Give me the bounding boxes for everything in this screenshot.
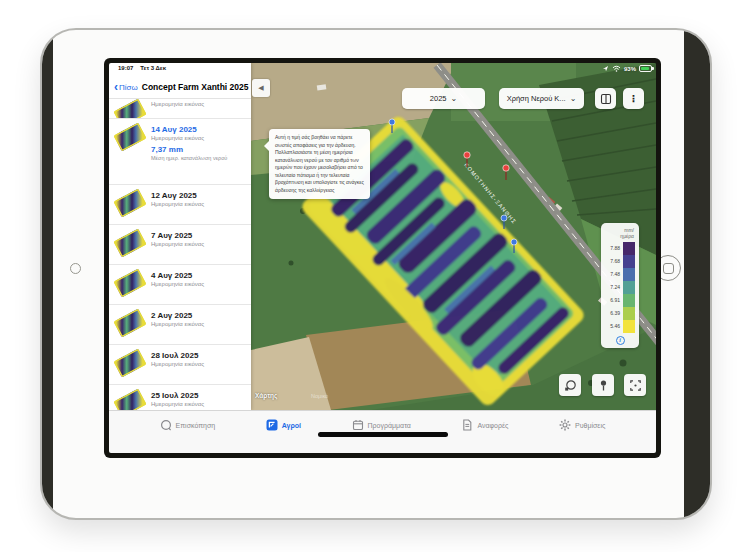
- tab-reports[interactable]: Αναφορές: [461, 419, 508, 431]
- legend-value: 6.39: [610, 310, 620, 316]
- legend-entry: 7.88: [605, 242, 635, 255]
- legend-value: 7.48: [610, 271, 620, 277]
- water-consumption-caption: Μέση ημερ. κατανάλωση νερού: [151, 155, 227, 161]
- legend-unit-label: mm/ημέρα: [605, 227, 635, 240]
- image-date-list-item[interactable]: 12 Αυγ 2025 Ημερομηνία εικόνας: [109, 185, 251, 225]
- gear-icon: [559, 419, 571, 431]
- satellite-map: ΚΟΜΟΤΗΝΗΣ-ΞΑΝΘΗΣ: [251, 63, 656, 410]
- layer-dropdown[interactable]: Χρήση Νερού Κ... ⌄: [499, 88, 584, 109]
- status-bar-right: 93%: [602, 65, 652, 72]
- image-date-list-item[interactable]: Ημερομηνία εικόνας: [109, 99, 251, 119]
- image-date-list-item[interactable]: 25 Ιουλ 2025 Ημερομηνία εικόνας: [109, 385, 251, 410]
- wifi-icon: [612, 65, 621, 72]
- image-date-caption: Ημερομηνία εικόνας: [151, 101, 204, 107]
- image-date-list-item[interactable]: 7 Αυγ 2025 Ημερομηνία εικόνας: [109, 225, 251, 265]
- map-legend: mm/ημέρα 7.88 7.68 7.48 7.24 6.91 6.39 5…: [601, 223, 639, 348]
- image-date-caption: Ημερομηνία εικόνας: [151, 241, 204, 247]
- image-date-caption: Ημερομηνία εικόνας: [151, 321, 204, 327]
- legend-value: 7.68: [610, 258, 620, 264]
- chevron-down-icon: ⌄: [450, 97, 457, 101]
- year-dropdown[interactable]: 2025 ⌄: [402, 88, 485, 109]
- status-time: 19:07: [118, 65, 133, 71]
- overview-icon: [160, 419, 172, 431]
- home-indicator[interactable]: [318, 432, 448, 437]
- image-date-list-item[interactable]: 2 Αυγ 2025 Ημερομηνία εικόνας: [109, 305, 251, 345]
- image-date-list-item[interactable]: 28 Ιουλ 2025 Ημερομηνία εικόνας: [109, 345, 251, 385]
- image-date: 25 Ιουλ 2025: [151, 391, 204, 400]
- layer-dropdown-value: Χρήση Νερού Κ...: [507, 94, 566, 103]
- image-date-caption: Ημερομηνία εικόνας: [151, 401, 204, 407]
- add-pin-button[interactable]: [592, 374, 614, 396]
- front-camera: [70, 263, 81, 274]
- field-thumbnail: [115, 101, 145, 119]
- split-view-button[interactable]: [595, 88, 616, 109]
- image-date: 7 Αυγ 2025: [151, 231, 204, 240]
- field-thumbnail: [115, 231, 145, 255]
- pin-icon: [597, 379, 610, 392]
- image-date-caption: Ημερομηνία εικόνας: [151, 201, 204, 207]
- legend-entry: 7.24: [605, 281, 635, 294]
- focus-icon: [629, 379, 642, 392]
- legend-value: 7.88: [610, 245, 620, 251]
- legend-color-swatch: [623, 320, 635, 333]
- sidebar-panel: 19:07 Τετ 3 Δεκ ‹ Πίσω Concept Farm Xant…: [109, 63, 251, 410]
- map-canvas[interactable]: ΚΟΜΟΤΗΝΗΣ-ΞΑΝΘΗΣ: [251, 63, 656, 410]
- battery-icon: [639, 65, 652, 72]
- battery-percent: 93%: [624, 66, 636, 72]
- fields-icon: [266, 419, 278, 431]
- draw-area-button[interactable]: [559, 374, 581, 396]
- image-date: 2 Αυγ 2025: [151, 311, 204, 320]
- sidebar-collapse-button[interactable]: ◀: [252, 79, 270, 97]
- more-options-button[interactable]: ⋮: [623, 88, 644, 109]
- map-legal-link[interactable]: Νομικό: [311, 393, 328, 399]
- legend-entry: 5.46: [605, 320, 635, 333]
- field-thumbnail: [115, 125, 145, 149]
- tab-settings[interactable]: Ρυθμίσεις: [559, 419, 605, 431]
- tab-fields[interactable]: Αγροί: [266, 419, 301, 431]
- water-consumption-value: 7,37 mm: [151, 145, 227, 154]
- field-thumbnail: [115, 191, 145, 215]
- legend-value: 7.24: [610, 284, 620, 290]
- tab-programs[interactable]: Προγράμματα: [352, 419, 411, 431]
- ellipsis-vertical-icon: ⋮: [629, 93, 639, 104]
- sidebar-date-list[interactable]: Ημερομηνία εικόνας 14 Αυγ 2025 Ημερομηνί…: [109, 99, 251, 410]
- tooltip-text: Αυτή η τιμή σάς βοηθάει να πάρετε σωστές…: [275, 134, 364, 193]
- image-date: 14 Αυγ 2025: [151, 125, 227, 134]
- legend-color-swatch: [623, 307, 635, 320]
- field-thumbnail: [115, 271, 145, 295]
- back-button[interactable]: Πίσω: [119, 83, 138, 92]
- legend-color-swatch: [623, 242, 635, 255]
- image-date: 4 Αυγ 2025: [151, 271, 204, 280]
- legend-color-swatch: [623, 294, 635, 307]
- map-attribution: Χάρτης: [255, 392, 277, 399]
- farm-title: Concept Farm Xanthi 2025: [142, 82, 249, 92]
- image-date: 28 Ιουλ 2025: [151, 351, 204, 360]
- field-thumbnail: [115, 311, 145, 335]
- collapse-arrow-icon: ◀: [258, 84, 263, 92]
- legend-entry: 7.68: [605, 255, 635, 268]
- sidebar-header: ‹ Πίσω Concept Farm Xanthi 2025: [109, 76, 251, 99]
- document-icon: [461, 419, 473, 431]
- legend-info[interactable]: i: [605, 336, 635, 345]
- legend-entry: 7.48: [605, 268, 635, 281]
- image-date-list-item[interactable]: 4 Αυγ 2025 Ημερομηνία εικόνας: [109, 265, 251, 305]
- legend-value: 6.91: [610, 297, 620, 303]
- chevron-down-icon: ⌄: [570, 97, 577, 101]
- legend-rows: 7.88 7.68 7.48 7.24 6.91 6.39 5.46: [605, 242, 635, 333]
- calendar-icon: [352, 419, 364, 431]
- polygon-draw-icon: [564, 379, 577, 392]
- home-button[interactable]: [655, 255, 681, 281]
- image-date-caption: Ημερομηνία εικόνας: [151, 135, 227, 141]
- status-bar-left: 19:07 Τετ 3 Δεκ: [118, 65, 166, 71]
- device-right-edge: [684, 30, 710, 518]
- legend-value: 5.46: [610, 323, 620, 329]
- center-map-button[interactable]: [624, 374, 646, 396]
- water-use-tooltip: Αυτή η τιμή σάς βοηθάει να πάρετε σωστές…: [269, 129, 370, 199]
- field-thumbnail: [115, 351, 145, 375]
- status-date: Τετ 3 Δεκ: [140, 65, 166, 71]
- image-date-list-item[interactable]: 14 Αυγ 2025 Ημερομηνία εικόνας 7,37 mm Μ…: [109, 119, 251, 185]
- tab-overview[interactable]: Επισκόπηση: [160, 419, 216, 431]
- image-date-caption: Ημερομηνία εικόνας: [151, 361, 204, 367]
- legend-entry: 6.39: [605, 307, 635, 320]
- app-screen: ΚΟΜΟΤΗΝΗΣ-ΞΑΝΘΗΣ: [109, 63, 656, 453]
